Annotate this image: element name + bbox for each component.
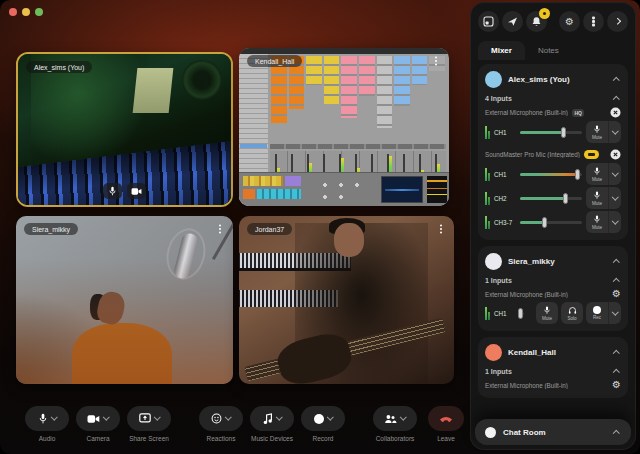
avatar <box>485 71 502 88</box>
tile-camera-button[interactable] <box>127 183 146 199</box>
video-tile-jordan37[interactable]: Jordan37 <box>239 216 454 384</box>
kebab-icon <box>440 228 442 230</box>
panel-more-options-button[interactable] <box>583 11 604 32</box>
chevron-up-icon <box>613 351 619 357</box>
panel-header: ⚙ <box>478 11 628 32</box>
collapse-inputs-button[interactable] <box>611 96 621 101</box>
record-button[interactable]: Record <box>300 406 346 442</box>
volume-slider[interactable] <box>520 216 582 228</box>
device-settings-button[interactable]: ⚙ <box>612 380 621 390</box>
slider-thumb[interactable] <box>563 193 568 204</box>
record-channel-button[interactable]: Rec <box>586 302 608 324</box>
channel-options-button[interactable] <box>608 163 621 185</box>
channel-row: CH3-7 Mute <box>485 210 621 234</box>
mic-icon <box>593 215 601 224</box>
collapse-panel-button[interactable] <box>607 11 628 32</box>
collapse-section-button[interactable] <box>611 259 621 264</box>
slider-thumb[interactable] <box>575 169 580 180</box>
tab-notes[interactable]: Notes <box>525 41 572 60</box>
tile-more-options-button[interactable] <box>214 222 226 236</box>
tile-more-options-button[interactable] <box>435 222 447 236</box>
mute-button[interactable]: Mute <box>536 302 558 324</box>
share-screen-button[interactable]: Share Screen <box>126 406 172 442</box>
close-window-button[interactable] <box>9 8 17 16</box>
channel-options-button[interactable] <box>608 302 621 324</box>
collapse-inputs-button[interactable] <box>611 278 621 283</box>
notifications-button[interactable] <box>526 11 547 32</box>
avatar <box>485 344 502 361</box>
section-header[interactable]: Siera_mikky <box>485 253 621 270</box>
volume-slider[interactable] <box>520 126 582 138</box>
camera-button[interactable]: Camera <box>75 406 121 442</box>
settings-button[interactable]: ⚙ <box>559 11 580 32</box>
chevron-down-icon <box>103 414 109 420</box>
mute-button[interactable]: Mute <box>586 163 608 185</box>
device-name: External Microphone (Built-in) <box>485 291 568 298</box>
reactions-button[interactable]: Reactions <box>198 406 244 442</box>
chevron-down-icon <box>276 414 282 420</box>
chevron-down-icon <box>612 217 618 223</box>
channel-options-button[interactable] <box>608 187 621 209</box>
volume-slider[interactable] <box>520 168 582 180</box>
volume-slider[interactable] <box>520 307 524 319</box>
level-meter <box>485 192 490 205</box>
slider-thumb[interactable] <box>542 217 547 228</box>
camera-icon <box>131 187 142 196</box>
tab-mixer[interactable]: Mixer <box>478 41 525 60</box>
video-tile-alex-sims[interactable]: Alex_sims (You) <box>16 52 233 207</box>
slider-thumb[interactable] <box>518 308 523 319</box>
notification-badge <box>539 8 550 19</box>
screen-share-icon <box>139 413 151 424</box>
collapse-section-button[interactable] <box>611 350 621 355</box>
record-icon <box>314 414 324 424</box>
section-header[interactable]: Kendall_Hall <box>485 344 621 361</box>
section-header[interactable]: Alex_sims (You) <box>485 71 621 88</box>
leave-button[interactable]: Leave <box>423 406 469 442</box>
level-meter <box>485 307 490 320</box>
collapse-section-button[interactable] <box>611 77 621 82</box>
minimize-window-button[interactable] <box>22 8 30 16</box>
participant-name-pill: Jordan37 <box>247 223 292 235</box>
chevron-down-icon <box>612 193 618 199</box>
remove-device-button[interactable] <box>610 149 621 160</box>
mic-icon <box>593 167 601 176</box>
headphones-icon <box>568 306 577 315</box>
mixer-sections: Alex_sims (You) 4 Inputs External Microp… <box>478 64 628 398</box>
channel-options-button[interactable] <box>608 121 621 143</box>
device-name: External Microphone (Built-in) <box>485 109 568 116</box>
screen-share-tile-kendall[interactable]: Kendall_Hall <box>239 48 449 206</box>
device-name: External Microphone (Built-in) <box>485 382 568 389</box>
audio-button[interactable]: Audio <box>24 406 70 442</box>
channel-row: CH1 Mute <box>485 162 621 186</box>
chat-avatar <box>485 427 496 438</box>
mixer-section-alex-sims: Alex_sims (You) 4 Inputs External Microp… <box>478 64 628 240</box>
remove-device-button[interactable] <box>610 107 621 118</box>
mute-button[interactable]: Mute <box>586 121 608 143</box>
avatar <box>485 253 502 270</box>
slider-thumb[interactable] <box>561 127 566 138</box>
tile-mic-button[interactable] <box>103 183 122 199</box>
channel-options-button[interactable] <box>608 211 621 233</box>
chevron-down-icon <box>400 414 406 420</box>
zoom-window-button[interactable] <box>35 8 43 16</box>
video-thumbnail <box>239 216 454 384</box>
expand-chat-button[interactable] <box>611 430 621 435</box>
chevron-up-icon <box>613 78 619 84</box>
layout-button[interactable] <box>478 11 499 32</box>
tile-more-options-button[interactable] <box>430 54 442 68</box>
share-button[interactable] <box>502 11 523 32</box>
video-tile-siera-mikky[interactable]: Siera_mikky <box>16 216 233 384</box>
chat-room-bar[interactable]: Chat Room <box>475 419 631 445</box>
mute-button[interactable]: Mute <box>586 211 608 233</box>
music-devices-button[interactable]: Music Devices <box>249 406 295 442</box>
volume-slider[interactable] <box>520 192 582 204</box>
call-toolbar: Audio Camera Share Screen <box>0 406 468 448</box>
collapse-inputs-button[interactable] <box>611 369 621 374</box>
chevron-down-icon <box>612 169 618 175</box>
solo-button[interactable]: Solo <box>561 302 583 324</box>
chevron-up-icon <box>613 370 619 376</box>
shared-screen-thumbnail <box>239 48 449 206</box>
mute-button[interactable]: Mute <box>586 187 608 209</box>
device-settings-button[interactable]: ⚙ <box>612 289 621 299</box>
collaborators-button[interactable]: Collaborators <box>372 406 418 442</box>
